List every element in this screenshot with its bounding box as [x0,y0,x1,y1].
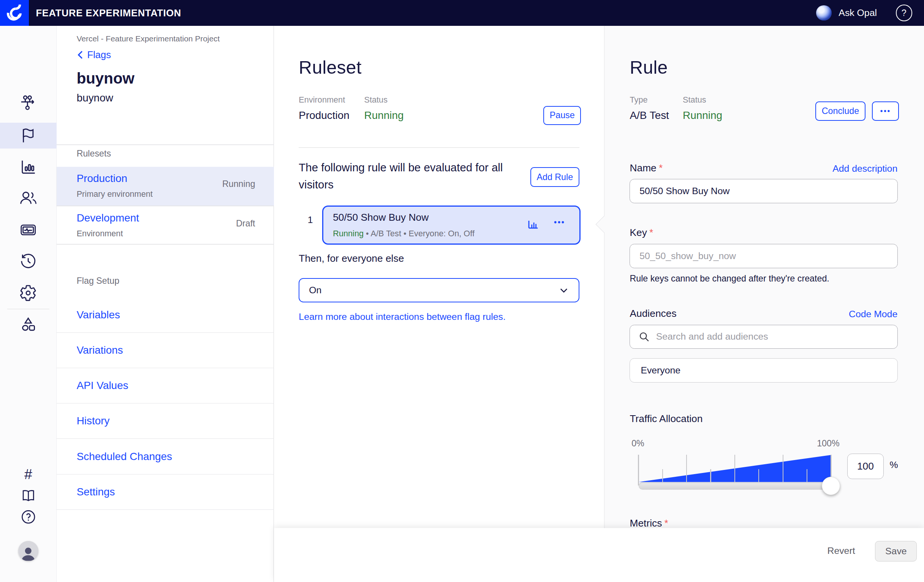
divider [57,244,274,245]
traffic-value-input[interactable] [847,453,884,479]
traffic-slider-track[interactable] [639,482,831,490]
traffic-min-label: 0% [632,439,644,448]
conclude-button[interactable]: Conclude [815,101,866,121]
environment-label: Environment [299,95,345,105]
nav-reports-icon[interactable] [0,154,57,180]
add-description-link[interactable]: Add description [832,163,898,174]
sidebar-item-production[interactable]: Production Primary environment Running [57,167,274,206]
app-window: FEATURE EXPERIMENTATION Ask Opal ? [0,0,924,582]
ask-opal-button[interactable]: Ask Opal [838,8,877,18]
learn-more-link[interactable]: Learn more about interactions between fl… [299,312,505,322]
production-link[interactable]: Production [77,173,127,185]
help-icon[interactable]: ? [896,5,912,21]
icon-rail: # [0,26,57,582]
rulesets-section-label: Rulesets [77,148,111,159]
flag-key: buynow [77,92,113,104]
nav-settings-icon[interactable] [0,280,57,306]
required-asterisk: * [665,518,668,529]
rule-card-details: • A/B Test • Everyone: On, Off [364,229,475,238]
nav-events-icon[interactable] [0,217,57,243]
everyone-else-label: Then, for everyone else [299,252,404,264]
development-link[interactable]: Development [77,212,139,224]
sidebar-item-development[interactable]: Development Environment Draft [57,206,274,244]
traffic-max-label: 100% [817,439,839,448]
save-bar: Revert Save [274,528,924,582]
audience-item-label: Everyone [640,365,680,376]
nav-history-icon[interactable] [0,248,57,274]
revert-button[interactable]: Revert [812,541,870,561]
environment-value: Production [299,109,349,122]
add-rule-button[interactable]: Add Rule [530,167,579,186]
rail-divider [7,309,50,310]
metrics-label: Metrics* [630,518,668,529]
production-status: Running [222,179,255,189]
flag-setup-section-label: Flag Setup [77,276,119,286]
slider-tick [734,455,735,485]
nav-help-icon[interactable] [0,504,57,529]
rule-evaluation-text: The following rule will be evaluated for… [299,159,517,193]
development-status: Draft [236,218,255,229]
chevron-left-icon [77,50,83,59]
production-subtitle: Primary environment [77,189,153,199]
sidebar-item-settings[interactable]: Settings [57,475,274,510]
divider [299,147,579,148]
audience-search-input[interactable] [630,325,898,349]
audiences-label: Audiences [630,308,676,320]
nav-experiments-icon[interactable] [0,90,57,115]
opal-globe-icon[interactable] [816,5,831,20]
code-mode-link[interactable]: Code Mode [849,309,898,320]
nav-components-icon[interactable] [0,312,57,337]
nav-audiences-icon[interactable] [0,185,57,211]
type-value: A/B Test [630,109,669,122]
project-name: Vercel - Feature Experimentation Project [77,34,220,43]
rule-panel-more-button[interactable]: ••• [872,101,899,121]
chevron-down-icon [558,285,569,295]
key-label: Key* [630,227,653,239]
traffic-unit-label: % [889,460,898,470]
flag-title: buynow [77,69,135,87]
slider-tick [686,455,687,485]
status-value: Running [365,109,404,122]
rule-panel: Rule Type Status A/B Test Running Conclu… [604,26,924,582]
traffic-allocation-label: Traffic Allocation [630,413,703,425]
audience-item-everyone[interactable]: Everyone [630,358,898,383]
sidebar-item-variables[interactable]: Variables [57,297,274,333]
rule-more-icon[interactable]: ••• [554,217,565,227]
sidebar-item-scheduled-changes[interactable]: Scheduled Changes [57,439,274,474]
traffic-slider: 0% 100% [639,455,831,490]
key-help-text: Rule keys cannot be changed after they'r… [630,274,829,284]
back-to-flags-label: Flags [87,49,111,60]
required-asterisk: * [659,162,663,174]
ruleset-heading: Ruleset [299,57,361,78]
back-to-flags-link[interactable]: Flags [77,49,111,60]
rule-card-title: 50/50 Show Buy Now [333,212,429,223]
rule-results-icon[interactable] [526,218,540,232]
rule-status-label: Status [683,95,706,105]
everyone-else-dropdown[interactable]: On [299,278,579,302]
sidebar-item-api-values[interactable]: API Values [57,368,274,404]
user-avatar[interactable] [0,535,57,567]
optimizely-logo-icon[interactable] [0,0,29,26]
rule-card[interactable]: 50/50 Show Buy Now Running • A/B Test • … [322,206,580,244]
avatar-icon [18,541,38,561]
save-button[interactable]: Save [875,541,917,562]
traffic-slider-thumb[interactable] [822,477,840,495]
type-label: Type [630,95,647,105]
rule-name-input[interactable] [630,179,898,203]
top-bar: FEATURE EXPERIMENTATION Ask Opal ? [0,0,924,26]
required-asterisk: * [649,227,653,238]
name-label: Name* [630,162,663,174]
app-title: FEATURE EXPERIMENTATION [36,8,181,19]
divider [57,144,274,145]
rule-card-meta: Running • A/B Test • Everyone: On, Off [333,229,475,239]
slider-tick [638,455,639,485]
nav-flags-icon[interactable] [0,123,57,148]
search-icon [638,330,650,343]
sidebar-item-history[interactable]: History [57,404,274,439]
sidebar-item-variations[interactable]: Variations [57,333,274,368]
rule-key-input[interactable] [630,244,898,268]
slider-tick [783,455,784,485]
rule-card-status: Running [333,229,364,238]
pause-button[interactable]: Pause [543,106,581,125]
development-subtitle: Environment [77,229,123,239]
